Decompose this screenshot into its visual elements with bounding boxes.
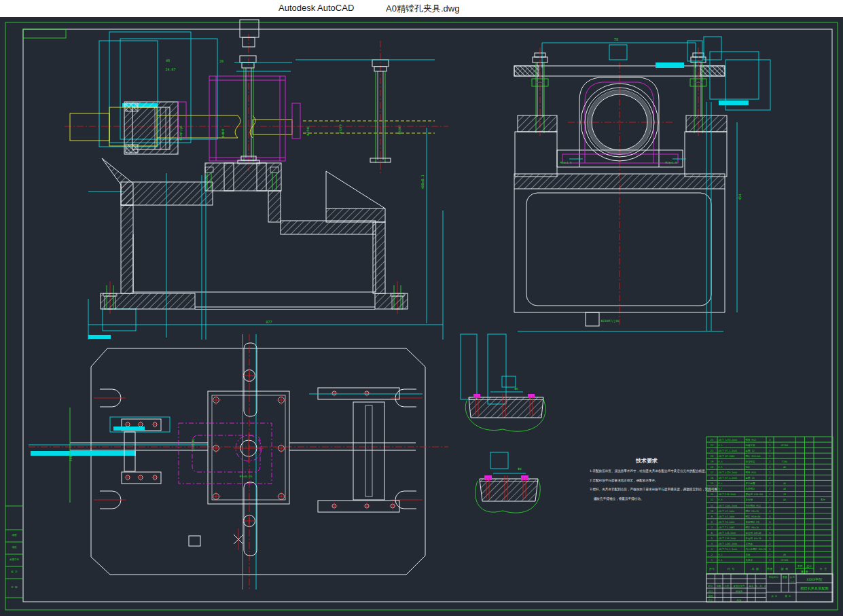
tb-label-11: 阶段标记 (769, 575, 778, 579)
bom-cell-r13-c0: 13 (711, 492, 714, 496)
tb-label-5: 年、月、日 (755, 585, 767, 587)
bom-cell-r22-c4: HT200 (781, 444, 789, 447)
bom-cell-r4-c3: 2 (769, 542, 770, 545)
dim-230: Φ230H7/js6 (600, 319, 619, 323)
bom-cell-r7-c2: 螺钉 M6×16 (746, 526, 759, 529)
bom-cell-r5-c2: 定位销 A6×30 (746, 537, 761, 540)
dim-shaft-1: Φ52H7/g6 (179, 126, 183, 141)
file-title: A0精镗孔夹具.dwg (386, 3, 459, 15)
dim-28: 28 (219, 59, 223, 63)
bom-cell-r22-c0: 22 (711, 443, 714, 447)
dim-55: 55±0.05 (192, 438, 195, 451)
bomh-label-3: 数量 (768, 567, 773, 570)
bom-cell-r13-c4: 35 (783, 493, 786, 496)
bom-cell-r4-c2: 支承板 (746, 542, 753, 545)
bom-cell-r3-c2: 内六角螺钉 M8×20 (746, 547, 766, 551)
bom-cell-r23-c0: 23 (711, 438, 714, 441)
bom-cell-r17-c2: 螺母 M16 (746, 471, 756, 474)
bom-cell-r13-c1: GB/T 119-2000 (719, 493, 736, 496)
edge-label-4: 日 期 (11, 586, 18, 589)
bom-cell-r19-c3: 2 (769, 460, 770, 463)
dim-460: 460±0.1 (420, 175, 425, 189)
bomh-label-5: 单件 (797, 564, 803, 568)
bomh-label-1: 代 号 (727, 567, 734, 570)
edge-label-1: 描校 (12, 546, 17, 549)
bom-cell-r5-c1: GB/T 119-2000 (719, 537, 736, 540)
tb-label-12: 重量 (783, 575, 787, 579)
bom-cell-r20-c0: 20 (711, 454, 714, 458)
drawing-title: 精镗孔夹具装配图 (800, 586, 829, 591)
bom-cell-r10-c0: 10 (711, 509, 714, 513)
bom-cell-r19-c4: T10A (782, 460, 788, 463)
bom-cell-r2-c3: 2 (769, 553, 770, 556)
bom-cell-r1-c4: HT200 (781, 559, 789, 562)
dim-m16-right: M16×1.5 (666, 161, 677, 164)
bom-cell-r18-c1: B-5 (719, 466, 723, 469)
bom-cell-r18-c0: 18 (711, 465, 714, 469)
dim-590: 590 (69, 455, 73, 461)
bom-cell-r21-c1: GB/T 97.1-2002 (719, 450, 738, 452)
tech-label-1: 2.装配时按平行度要求找正组装，修配有关零件。 (590, 478, 658, 483)
bom-cell-r20-c1: GB/T 85-1988 (719, 455, 735, 458)
bom-cell-r1-c1: B-1 (719, 559, 723, 562)
tb-label-2: 分区 (725, 585, 730, 587)
dim-m16-left: M16×1.5 (560, 161, 572, 164)
edge-label-3: 签 字 (11, 570, 18, 573)
bom-cell-r8-c1: GB/T 78-2000 (719, 521, 735, 524)
bom-cell-r15-c2: 开口垫圈 (746, 482, 756, 485)
bom-cell-r10-c1: GB/T 65-2000 (719, 510, 735, 513)
bom-cell-r11-c1: GB/T 2206-2004 (719, 505, 738, 507)
school-name: XXXX学院 (807, 577, 823, 582)
bom-cell-r14-c0: 14 (711, 487, 714, 490)
bom-cell-r10-c2: 螺钉 M8×25 (746, 509, 759, 513)
bom-cell-r12-c3: 2 (769, 498, 770, 501)
bom-cell-r16-c3: 2 (769, 476, 770, 479)
dim-454: 454 (738, 194, 742, 200)
bom-cell-r16-c0: 16 (711, 476, 714, 479)
bom-cell-r14-c4: 45 (783, 488, 786, 490)
dim-877: 877 (266, 320, 272, 324)
bom-cell-r2-c1: B-2 (719, 554, 723, 556)
dim-48: 48 (166, 58, 170, 62)
tb-label-15: 共 张 (772, 595, 778, 598)
bom-cell-r15-c3: 2 (769, 482, 770, 485)
bom-cell-r7-c1: GB/T 71-1985 (719, 526, 735, 529)
tb-label-10: 批准 (737, 599, 742, 602)
bom-cell-r12-c0: 12 (711, 498, 714, 501)
bom-cell-r21-c0: 21 (711, 449, 714, 452)
tb-label-8: 审核 (709, 595, 713, 598)
tb-label-7: 标准化 (735, 590, 743, 593)
dim-78: 78 (614, 37, 619, 41)
edge-label-2: 底图总号 (10, 558, 20, 561)
dim-shaft-5: Φ85H7 (398, 125, 401, 134)
bom-cell-r14-c2: 压紧螺钉 (746, 487, 756, 490)
bomh-label-8: 备 注 (820, 567, 827, 570)
bom-cell-r15-c0: 15 (711, 482, 714, 485)
dim-24-67: 24.67 (165, 67, 175, 71)
bom-cell-r16-c1: GB/T 97.1-2002 (719, 477, 738, 479)
dim-95: 95±0.05 (240, 475, 253, 478)
tb-label-6: 设计 (709, 590, 713, 593)
drawing-canvas[interactable]: 描图描校底图总号签 字日 期 (0, 0, 843, 616)
bom-cell-r13-c3: 2 (769, 492, 770, 496)
bom-cell-r14-c1: B-7 (719, 488, 723, 490)
bomh-label-7: 重 量 (800, 570, 808, 573)
bom-cell-r11-c3: 2 (769, 504, 770, 507)
tb-label-16: 第 张 (785, 595, 791, 598)
app-title: Autodesk AutoCAD (279, 3, 354, 13)
dim-shaft-2: Φ40H7 (221, 128, 225, 138)
bom-cell-r6-c2: 定位销 A8×40 (746, 531, 761, 535)
bom-cell-r12-c5: 配作 (821, 498, 826, 501)
bomh-label-6: 总计 (806, 564, 812, 568)
bom-cell-r2-c4: 45 (783, 554, 786, 556)
bom-cell-r23-c1: GB/T 6170-2000 (719, 439, 738, 441)
bom-cell-r5-c0: 5 (711, 537, 713, 540)
dim-shaft-3: Φ47H6 (306, 126, 310, 136)
tb-label-3: 更改文件号 (734, 584, 746, 587)
bom-cell-r23-c2: 螺母 M12 (746, 438, 756, 441)
bom-cell-r11-c0: 11 (711, 504, 714, 507)
dim-detail1: Φ6 (514, 387, 518, 391)
bom-cell-r6-c1: GB/T 119-2000 (719, 532, 736, 535)
dim-detail2: Φ8 (518, 467, 522, 471)
bom-cell-r14-c3: 2 (769, 487, 770, 490)
